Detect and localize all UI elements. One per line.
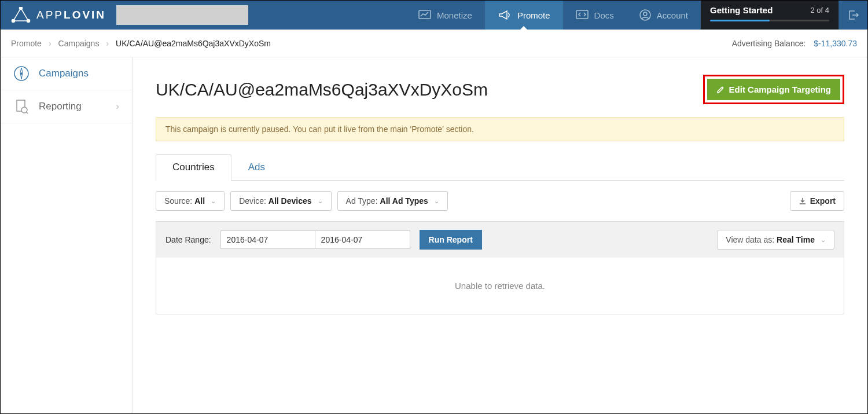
- breadcrumb-root[interactable]: Promote: [11, 39, 42, 48]
- nav-docs[interactable]: Docs: [563, 1, 627, 30]
- breadcrumb-current: UK/CA/AU@ea2maMs6Qaj3aXVxDyXoSm: [116, 39, 271, 48]
- filter-label: Device:: [239, 196, 266, 206]
- breadcrumb: Promote › Campaigns › UK/CA/AU@ea2maMs6Q…: [11, 39, 271, 48]
- source-filter[interactable]: Source: All ⌄: [156, 191, 225, 211]
- svg-point-1: [27, 20, 30, 23]
- sidebar-item-reporting[interactable]: Reporting ›: [1, 90, 132, 123]
- chevron-right-icon: ›: [116, 101, 119, 112]
- filter-label: Ad Type:: [346, 196, 378, 206]
- sidebar-item-campaigns[interactable]: Campaigns: [1, 57, 132, 90]
- view-data-as: View data as: Real Time ⌄: [717, 230, 834, 250]
- export-button[interactable]: Export: [790, 191, 844, 211]
- page-header: UK/CA/AU@ea2maMs6Qaj3aXVxDyXoSm Edit Cam…: [156, 75, 844, 104]
- page-title: UK/CA/AU@ea2maMs6Qaj3aXVxDyXoSm: [156, 80, 488, 100]
- download-icon: [799, 197, 807, 205]
- nav-monetize[interactable]: Monetize: [406, 1, 485, 30]
- chevron-down-icon: ⌄: [211, 197, 216, 205]
- logo[interactable]: APPLOVIN: [1, 7, 106, 23]
- nav-label: Account: [657, 10, 688, 20]
- logo-text: APPLOVIN: [36, 9, 106, 21]
- user-icon: [639, 9, 651, 21]
- breadcrumb-campaigns[interactable]: Campaigns: [58, 39, 100, 48]
- filter-value: All Ad Types: [380, 196, 428, 206]
- balance-amount: $-11,330.73: [814, 39, 857, 48]
- date-from-input[interactable]: [220, 230, 315, 249]
- pencil-icon: [716, 86, 724, 94]
- chevron-down-icon: ⌄: [318, 197, 323, 205]
- exit-button[interactable]: [838, 1, 867, 30]
- date-to-input[interactable]: [315, 230, 410, 249]
- balance-label: Advertising Balance:: [732, 39, 806, 48]
- chevron-right-icon: ›: [49, 39, 52, 48]
- compass-icon: [13, 65, 30, 82]
- chevron-down-icon: ⌄: [434, 197, 439, 205]
- top-nav: Monetize Promote Docs Account Getting St…: [406, 1, 867, 30]
- megaphone-icon: [498, 9, 512, 21]
- chevron-down-icon: ⌄: [821, 236, 826, 244]
- filter-value: All Devices: [269, 196, 312, 206]
- svg-point-6: [643, 12, 647, 16]
- filters-row: Source: All ⌄ Device: All Devices ⌄ Ad T…: [156, 181, 844, 221]
- nav-promote[interactable]: Promote: [485, 1, 563, 30]
- search-input[interactable]: [116, 5, 248, 25]
- exit-icon: [848, 9, 859, 21]
- nav-label: Docs: [594, 10, 614, 20]
- getting-started-panel[interactable]: Getting Started 2 of 4: [701, 1, 838, 30]
- date-range-inputs: [220, 230, 410, 249]
- report-body: Unable to retrieve data.: [156, 258, 844, 314]
- sub-header: Promote › Campaigns › UK/CA/AU@ea2maMs6Q…: [1, 30, 867, 57]
- code-icon: [576, 10, 589, 20]
- tab-countries[interactable]: Countries: [156, 154, 231, 181]
- getting-started-label: Getting Started: [710, 5, 773, 15]
- svg-point-8: [20, 72, 23, 75]
- filter-value: All: [194, 196, 205, 206]
- filter-label: Source:: [164, 196, 192, 206]
- progress-bar: [710, 20, 829, 21]
- nav-account[interactable]: Account: [627, 1, 701, 30]
- tab-ads[interactable]: Ads: [231, 154, 282, 181]
- run-report-button[interactable]: Run Report: [420, 230, 482, 250]
- advertising-balance: Advertising Balance: $-11,330.73: [732, 39, 857, 48]
- nav-label: Monetize: [437, 10, 472, 20]
- main: Campaigns Reporting › UK/CA/AU@ea2maMs6Q…: [1, 57, 867, 413]
- highlight-box: Edit Campaign Targeting: [703, 75, 844, 104]
- view-data-as-select[interactable]: View data as: Real Time ⌄: [717, 230, 834, 250]
- paused-alert: This campaign is currently paused. You c…: [156, 117, 844, 141]
- sidebar-item-label: Campaigns: [39, 68, 89, 79]
- top-bar: APPLOVIN Monetize Promote Docs Account G…: [1, 1, 867, 30]
- getting-started-count: 2 of 4: [810, 6, 829, 14]
- filter-label: View data as:: [726, 235, 774, 244]
- device-filter[interactable]: Device: All Devices ⌄: [230, 191, 331, 211]
- chart-icon: [418, 10, 431, 20]
- report-icon: [13, 98, 30, 115]
- button-label: Export: [810, 196, 836, 206]
- nav-label: Promote: [517, 10, 550, 20]
- tabs: Countries Ads: [156, 154, 844, 181]
- date-range-label: Date Range:: [165, 235, 211, 244]
- logo-icon: [11, 7, 31, 23]
- report-panel: Date Range: Run Report View data as: Rea…: [156, 221, 844, 314]
- report-header: Date Range: Run Report View data as: Rea…: [156, 222, 844, 258]
- svg-point-0: [20, 7, 23, 10]
- filter-value: Real Time: [777, 235, 815, 244]
- button-label: Edit Campaign Targeting: [729, 85, 831, 94]
- sidebar: Campaigns Reporting ›: [1, 57, 133, 413]
- adtype-filter[interactable]: Ad Type: All Ad Types ⌄: [337, 191, 448, 211]
- sidebar-item-label: Reporting: [39, 101, 82, 112]
- chevron-right-icon: ›: [106, 39, 109, 48]
- content: UK/CA/AU@ea2maMs6Qaj3aXVxDyXoSm Edit Cam…: [133, 57, 867, 413]
- edit-campaign-targeting-button[interactable]: Edit Campaign Targeting: [707, 79, 840, 100]
- svg-point-2: [12, 20, 15, 23]
